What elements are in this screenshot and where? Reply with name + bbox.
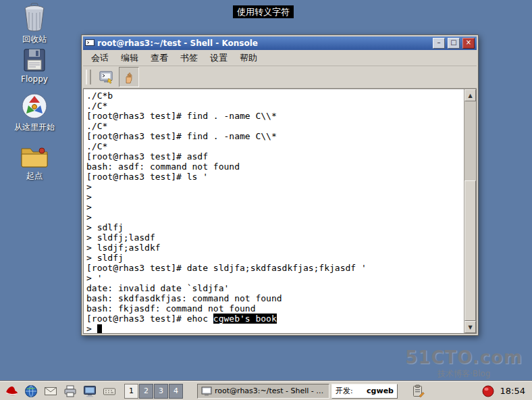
terminal-line: bash: fkjasdf: command not found — [86, 303, 464, 314]
terminal-line: bash: asdf: command not found — [86, 161, 464, 172]
toolbar — [83, 66, 477, 89]
toolbar-handle[interactable] — [86, 70, 91, 84]
printer-icon — [63, 384, 77, 398]
watermark-title: 51CTO.com — [405, 347, 523, 368]
terminal-line: > — [86, 182, 464, 192]
pager-desktop-1[interactable]: 1 — [124, 384, 138, 399]
terminal-line: [root@rhas3 test]# find . -name C\\* — [86, 111, 464, 121]
terminal-line: > — [86, 192, 464, 202]
konsole-window: root@rhas3:~/test - Shell - Konsole – □ … — [81, 34, 479, 336]
desktop-icon-trash[interactable]: 回收站 — [5, 3, 63, 45]
menubar: 会话 编辑 查看 书签 设置 帮助 — [83, 50, 477, 66]
terminal-line: date: invalid date `sldjfa' — [86, 283, 464, 293]
menu-help[interactable]: 帮助 — [234, 51, 263, 66]
watermark-subtitle: 技术博客·Blog — [405, 368, 523, 380]
floppy-icon — [22, 47, 47, 73]
browser-button[interactable] — [22, 382, 40, 400]
terminal-line: > — [86, 202, 464, 212]
terminal-output[interactable]: ./C*b./C*[root@rhas3 test]# find . -name… — [84, 89, 464, 333]
task-button-konsole[interactable]: root@rhas3:~/test - Shell - Konsole — [197, 384, 329, 399]
keyboard-tool-button[interactable] — [101, 382, 118, 400]
desktop-icon-floppy[interactable]: Floppy — [5, 47, 63, 84]
new-session-button[interactable] — [96, 67, 116, 87]
task-button-cgweb[interactable]: 开发: cgweb — [331, 384, 398, 399]
scrollbar[interactable]: ▲ ▼ — [464, 89, 476, 333]
scrollbar-track[interactable] — [464, 101, 476, 321]
menu-view[interactable]: 查看 — [145, 51, 174, 66]
hand-icon — [122, 70, 136, 84]
folder-icon — [20, 143, 49, 169]
desktop: 使用转义字符 回收站 Floppy 从这里开始 — [0, 0, 532, 400]
terminal-area: ./C*b./C*[root@rhas3 test]# find . -name… — [83, 89, 477, 334]
terminal-line: [root@rhas3 test]# ls ' — [86, 172, 464, 182]
terminal-line: > — [86, 324, 464, 333]
scroll-down-button[interactable]: ▼ — [464, 321, 476, 333]
window-title: root@rhas3:~/test - Shell - Konsole — [97, 39, 430, 48]
window-icon — [85, 39, 95, 47]
alert-button[interactable] — [479, 382, 497, 400]
task-label-value: cgweb — [367, 386, 394, 395]
menu-session[interactable]: 会话 — [86, 51, 114, 66]
desktop-icon-label: 从这里开始 — [5, 122, 63, 133]
terminal-line: > sldfj;lasdf — [86, 232, 464, 243]
menu-edit[interactable]: 编辑 — [115, 51, 144, 66]
desktop-icon-label: Floppy — [5, 74, 63, 84]
email-button[interactable] — [42, 382, 59, 400]
terminal-line: ./C* — [86, 141, 464, 151]
desktop-icon-start-point[interactable]: 起点 — [5, 143, 63, 182]
scroll-up-button[interactable]: ▲ — [464, 89, 476, 101]
monitor-icon — [83, 384, 97, 398]
keyboard-icon — [103, 384, 116, 398]
terminal-line: [root@rhas3 test]# asdf — [86, 151, 464, 161]
titlebar[interactable]: root@rhas3:~/test - Shell - Konsole – □ … — [83, 36, 477, 50]
pager-desktop-3[interactable]: 3 — [154, 384, 168, 399]
menu-bookmarks[interactable]: 书签 — [175, 51, 203, 66]
desktop-icon-label: 起点 — [5, 170, 63, 182]
close-button[interactable]: × — [462, 38, 475, 49]
session-hand-button[interactable] — [119, 67, 139, 87]
taskbar: 1 2 3 4 root@rhas3:~/test - Shell - Kons… — [0, 381, 532, 400]
clipboard-button[interactable] — [409, 382, 427, 400]
terminal-icon — [201, 386, 212, 396]
terminal-line: [root@rhas3 test]# ehoc cgweb's book — [86, 314, 464, 324]
redhat-icon — [3, 383, 20, 399]
maximize-button[interactable]: □ — [448, 38, 460, 49]
globe-icon — [24, 384, 38, 398]
trash-icon — [21, 3, 48, 32]
terminal-cursor — [97, 324, 102, 333]
terminal-line: > — [86, 212, 464, 222]
terminal-line: [root@rhas3 test]# date sldjfa;skdfasdkf… — [86, 263, 464, 273]
new-session-icon — [99, 70, 113, 84]
terminal-line: [root@rhas3 test]# find . -name C\\* — [86, 131, 464, 141]
desktop-icon-start-here[interactable]: 从这里开始 — [5, 92, 63, 133]
printer-button[interactable] — [61, 382, 79, 400]
desktop-pager: 1 2 3 4 — [124, 384, 183, 399]
task-label: root@rhas3:~/test - Shell - Konsole — [215, 386, 325, 395]
start-here-icon — [20, 92, 49, 120]
watermark: 51CTO.com 技术博客·Blog — [405, 347, 523, 380]
terminal-line: bash: skdfasdkfjas: command not found — [86, 293, 464, 303]
tooltip: 使用转义字符 — [233, 5, 294, 18]
desktop-icon-label: 回收站 — [5, 34, 63, 45]
terminal-line: > sldfj — [86, 253, 464, 263]
main-menu-button[interactable] — [3, 382, 20, 400]
pager-desktop-4[interactable]: 4 — [169, 384, 183, 399]
terminal-line: > ' — [86, 273, 464, 283]
alert-ball-icon — [481, 384, 495, 398]
terminal-line: ./C* — [86, 121, 464, 131]
menu-settings[interactable]: 设置 — [205, 51, 233, 66]
clock[interactable]: 18:54 — [499, 386, 529, 396]
pager-desktop-2[interactable]: 2 — [139, 384, 153, 399]
terminal-line: > lsdjf;asldkf — [86, 243, 464, 253]
task-label-prefix: 开发: — [336, 386, 353, 396]
minimize-button[interactable]: – — [433, 38, 445, 49]
display-settings-button[interactable] — [81, 382, 99, 400]
terminal-line: > sdlfj — [86, 222, 464, 232]
clipboard-icon — [411, 384, 425, 398]
terminal-line: ./C* — [86, 101, 464, 111]
scrollbar-thumb[interactable] — [464, 180, 476, 321]
terminal-line: ./C*b — [86, 91, 464, 101]
envelope-icon — [44, 384, 57, 398]
